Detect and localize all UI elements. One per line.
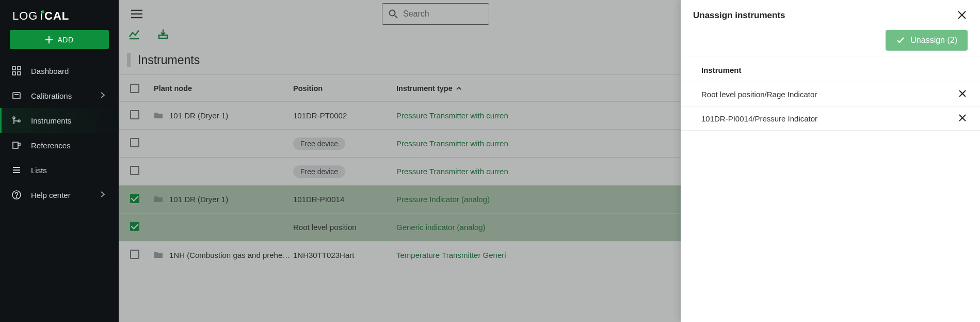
panel-row: 101DR-PI0014/Pressure Indicator: [681, 106, 980, 131]
sidebar-item-lists[interactable]: Lists: [0, 158, 119, 182]
sidebar-item-dashboard[interactable]: Dashboard: [0, 58, 119, 83]
sidebar-item-label: Dashboard: [31, 67, 107, 75]
instruments-icon: [11, 115, 22, 126]
svg-point-10: [13, 117, 15, 119]
sidebar-item-instruments[interactable]: Instruments: [0, 108, 119, 133]
help-icon: [11, 190, 22, 200]
sidebar-item-label: Lists: [31, 166, 107, 175]
svg-rect-8: [13, 93, 20, 99]
svg-point-20: [16, 197, 17, 197]
unassign-button-label: Unassign (2): [910, 36, 957, 45]
panel-row-label: 101DR-PI0014/Pressure Indicator: [701, 114, 817, 123]
sidebar-item-label: Instruments: [31, 116, 107, 125]
svg-rect-5: [18, 67, 21, 70]
add-button-label: ADD: [57, 36, 73, 44]
check-icon: [896, 36, 905, 45]
remove-item-button[interactable]: [958, 89, 968, 99]
panel-row: Root level position/Rage Indicator: [681, 82, 980, 106]
lists-icon: [11, 165, 22, 175]
close-panel-button[interactable]: [957, 10, 968, 21]
unassign-panel: Unassign instruments Unassign (2) Instru…: [681, 0, 980, 322]
sidebar-nav: Dashboard Calibrations Instruments Refer…: [0, 58, 119, 207]
sidebar-item-label: References: [31, 141, 107, 150]
plus-icon: [45, 36, 53, 44]
remove-item-button[interactable]: [958, 114, 968, 123]
svg-rect-14: [13, 142, 18, 148]
svg-text:i: i: [40, 9, 43, 22]
svg-text:LOG: LOG: [12, 9, 38, 22]
logo: LOG i CAL: [0, 0, 119, 30]
svg-point-13: [18, 120, 20, 122]
svg-rect-15: [18, 143, 20, 145]
chevron-right-icon: [99, 191, 107, 199]
sidebar-item-label: Calibrations: [31, 91, 90, 100]
panel-row-label: Root level position/Rage Indicator: [701, 90, 817, 99]
chevron-right-icon: [99, 91, 107, 100]
svg-text:CAL: CAL: [44, 9, 69, 22]
add-button[interactable]: ADD: [10, 30, 109, 49]
calibrations-icon: [11, 90, 22, 101]
unassign-button[interactable]: Unassign (2): [886, 30, 968, 51]
references-icon: [11, 140, 22, 150]
sidebar: LOG i CAL ADD Dashboard Calibrations: [0, 0, 119, 322]
sidebar-item-references[interactable]: References: [0, 133, 119, 158]
sidebar-item-help[interactable]: Help center: [0, 182, 119, 207]
svg-rect-6: [12, 72, 15, 75]
svg-rect-7: [18, 72, 21, 75]
sidebar-item-calibrations[interactable]: Calibrations: [0, 83, 119, 108]
dashboard-icon: [11, 66, 22, 76]
svg-rect-4: [12, 67, 15, 70]
panel-title: Unassign instruments: [693, 10, 785, 21]
panel-column-header: Instrument: [681, 56, 980, 82]
sidebar-item-label: Help center: [31, 191, 90, 200]
